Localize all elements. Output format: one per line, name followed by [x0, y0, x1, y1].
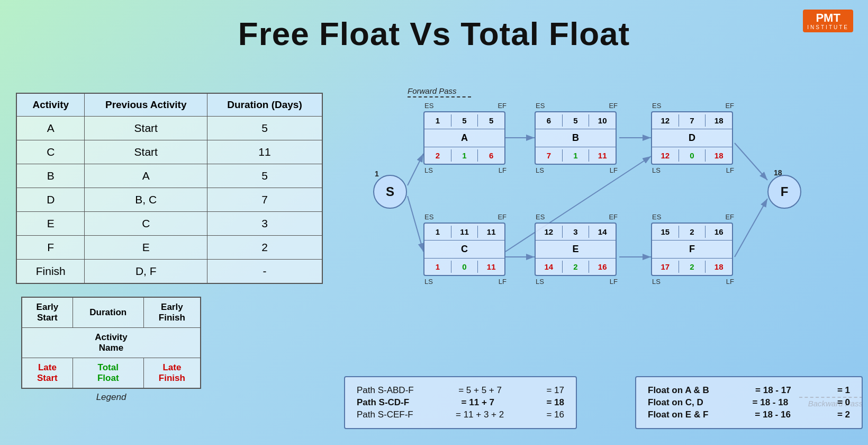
- node-D-name: D: [652, 129, 732, 147]
- start-label: 1: [375, 170, 379, 178]
- finish-node: F: [767, 175, 801, 209]
- node-A-top-labels: ES EF: [424, 102, 507, 110]
- node-E-ef: 14: [589, 226, 616, 238]
- node-E: ES EF 12 3 14 E 14 2 16 LS LF: [535, 222, 617, 276]
- col-header-prev: Previous Activity: [85, 93, 207, 117]
- node-F-ls: 17: [652, 261, 679, 273]
- start-node: S: [373, 175, 407, 209]
- node-F-lf: 18: [706, 261, 732, 273]
- node-F-dur: 2: [679, 226, 706, 238]
- node-B-top-labels: ES EF: [536, 102, 618, 110]
- table-cell: A: [85, 164, 207, 188]
- table-cell: 2: [207, 236, 322, 260]
- node-E-top-labels: ES EF: [536, 213, 618, 221]
- node-F-ef: 16: [706, 226, 732, 238]
- node-D-dur: 7: [679, 114, 706, 127]
- table-cell: B, C: [85, 188, 207, 212]
- svg-line-1: [408, 154, 423, 185]
- node-D-ef: 18: [706, 114, 732, 127]
- node-A: ES EF 1 5 5 A 2 1 6 LS LF: [423, 111, 505, 165]
- node-C-lf: 11: [478, 261, 504, 273]
- node-C-bottom-labels: LS LF: [424, 278, 507, 286]
- node-C-name: C: [424, 241, 504, 259]
- col-header-dur: Duration (Days): [207, 93, 322, 117]
- legend-table: EarlyStart Duration EarlyFinish Activity…: [21, 297, 201, 389]
- node-B-tf: 1: [562, 149, 590, 162]
- page-title: Free Float Vs Total Float: [0, 0, 868, 52]
- node-E-tf: 2: [562, 261, 590, 273]
- node-D-es: 12: [652, 114, 679, 127]
- node-D-tf: 0: [679, 149, 706, 162]
- node-B-bottom-labels: LS LF: [536, 166, 618, 174]
- node-A-name: A: [424, 129, 504, 147]
- table-cell: Finish: [16, 260, 85, 284]
- node-B-dur: 5: [562, 114, 590, 127]
- node-E-bottom-labels: LS LF: [536, 278, 618, 286]
- table-cell: E: [16, 212, 85, 236]
- main-content: Activity Previous Activity Duration (Day…: [0, 82, 868, 445]
- table-cell: 7: [207, 188, 322, 212]
- node-E-name: E: [536, 241, 616, 259]
- legend-total-float: TotalFloat: [73, 358, 143, 389]
- left-panel: Activity Previous Activity Duration (Day…: [0, 82, 339, 445]
- node-C: ES EF 1 11 11 C 1 0 11 LS LF: [423, 222, 505, 276]
- node-C-top-labels: ES EF: [424, 213, 507, 221]
- table-cell: B: [16, 164, 85, 188]
- right-panel: Forward Pass: [339, 82, 868, 445]
- node-A-tf: 1: [451, 149, 478, 162]
- path-row: Path S-ABD-F= 5 + 5 + 7= 17: [357, 385, 564, 396]
- legend-box: EarlyStart Duration EarlyFinish Activity…: [21, 297, 201, 403]
- node-F-name: F: [652, 241, 732, 259]
- table-cell: 5: [207, 164, 322, 188]
- node-E-ls: 14: [536, 261, 562, 273]
- node-A-bottom-labels: LS LF: [424, 166, 507, 174]
- node-B-ef: 10: [589, 114, 616, 127]
- node-F-bottom-labels: LS LF: [652, 278, 734, 286]
- col-header-activity: Activity: [16, 93, 85, 117]
- node-B-lf: 11: [589, 149, 616, 162]
- node-F-top-labels: ES EF: [652, 213, 734, 221]
- forward-pass-label: Forward Pass: [408, 86, 471, 97]
- node-D-ls: 12: [652, 149, 679, 162]
- table-cell: Start: [85, 117, 207, 140]
- node-E-lf: 16: [589, 261, 616, 273]
- node-C-es: 1: [424, 226, 451, 238]
- table-cell: -: [207, 260, 322, 284]
- node-B: ES EF 6 5 10 B 7 1 11 LS LF: [535, 111, 617, 165]
- node-A-lf: 6: [478, 149, 504, 162]
- table-cell: 3: [207, 212, 322, 236]
- table-cell: 5: [207, 117, 322, 140]
- legend-early-start: EarlyStart: [22, 297, 73, 328]
- node-C-dur: 11: [451, 226, 478, 238]
- node-D-top-labels: ES EF: [652, 102, 734, 110]
- legend-duration: Duration: [73, 297, 143, 328]
- node-C-tf: 0: [451, 261, 478, 273]
- node-A-ef: 5: [478, 114, 504, 127]
- float-row: Float on E & F= 18 - 16= 2: [648, 410, 850, 420]
- float-row: Float on A & B= 18 - 17= 1: [648, 385, 850, 396]
- svg-line-2: [408, 196, 423, 252]
- node-B-name: B: [536, 129, 616, 147]
- pmt-logo: PMT INSTITUTE: [803, 10, 853, 32]
- legend-early-finish: EarlyFinish: [143, 297, 201, 328]
- node-E-es: 12: [536, 226, 562, 238]
- table-cell: A: [16, 117, 85, 140]
- path-calculations-box: Path S-ABD-F= 5 + 5 + 7= 17Path S-CD-F= …: [344, 376, 577, 429]
- node-E-dur: 3: [562, 226, 590, 238]
- table-cell: D, F: [85, 260, 207, 284]
- node-A-dur: 5: [451, 114, 478, 127]
- legend-late-finish: LateFinish: [143, 358, 201, 389]
- table-cell: 11: [207, 140, 322, 164]
- table-cell: Start: [85, 140, 207, 164]
- path-row: Path S-CEF-F= 11 + 3 + 2= 16: [357, 410, 564, 420]
- node-D: ES EF 12 7 18 D 12 0 18 LS LF: [651, 111, 733, 165]
- node-B-ls: 7: [536, 149, 562, 162]
- node-F-tf: 2: [679, 261, 706, 273]
- activity-table: Activity Previous Activity Duration (Day…: [16, 93, 323, 284]
- table-cell: D: [16, 188, 85, 212]
- node-A-es: 1: [424, 114, 451, 127]
- node-D-bottom-labels: LS LF: [652, 166, 734, 174]
- path-row: Path S-CD-F= 11 + 7= 18: [357, 397, 564, 408]
- legend-activity-name: ActivityName: [22, 328, 201, 358]
- legend-label: Legend: [21, 392, 201, 403]
